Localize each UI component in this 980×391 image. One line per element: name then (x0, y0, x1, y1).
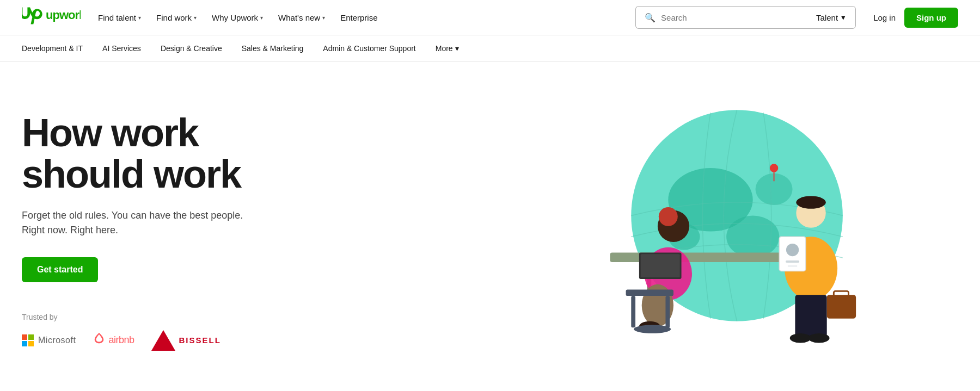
svg-point-30 (786, 244, 799, 256)
microsoft-text: Microsoft (38, 336, 76, 345)
get-started-button[interactable]: Get started (22, 257, 98, 282)
nav-links: Find talent ▾ Find work ▾ Why Upwork ▾ W… (98, 13, 618, 22)
nav-why-upwork[interactable]: Why Upwork ▾ (212, 13, 263, 22)
trusted-label: Trusted by (22, 313, 348, 321)
airbnb-icon (93, 332, 105, 349)
nav-more[interactable]: More ▾ (436, 44, 459, 53)
search-input[interactable] (661, 13, 801, 22)
airbnb-text: airbnb (108, 334, 134, 346)
whats-new-chevron-icon: ▾ (322, 15, 325, 21)
svg-point-20 (634, 325, 671, 334)
svg-point-12 (659, 207, 678, 226)
secondary-navigation: Development & IT AI Services Design & Cr… (0, 35, 980, 61)
svg-point-25 (790, 333, 811, 343)
hero-svg (525, 94, 896, 358)
nav-whats-new[interactable]: What's new ▾ (278, 13, 325, 22)
hero-section: How work should work Forget the old rule… (0, 61, 980, 391)
svg-rect-18 (631, 296, 635, 327)
trusted-section: Trusted by Microsoft (22, 313, 348, 351)
nav-enterprise[interactable]: Enterprise (340, 13, 377, 22)
nav-sales-marketing[interactable]: Sales & Marketing (242, 44, 304, 53)
trusted-logos: Microsoft airbnb (22, 330, 348, 351)
nav-find-talent[interactable]: Find talent ▾ (98, 13, 141, 22)
svg-point-23 (796, 196, 825, 209)
find-talent-chevron-icon: ▾ (138, 15, 141, 21)
hero-title: How work should work (22, 113, 348, 195)
svg-rect-16 (641, 254, 680, 277)
sign-up-button[interactable]: Sign up (904, 8, 958, 28)
find-work-chevron-icon: ▾ (194, 15, 197, 21)
svg-rect-24 (795, 295, 826, 337)
svg-text:upwork: upwork (46, 8, 81, 22)
nav-find-work[interactable]: Find work ▾ (156, 13, 197, 22)
svg-rect-17 (626, 290, 673, 296)
hero-content: How work should work Forget the old rule… (22, 113, 348, 350)
log-in-link[interactable]: Log in (873, 13, 896, 22)
search-area: 🔍 Talent ▾ (635, 6, 856, 29)
svg-rect-32 (788, 265, 797, 267)
nav-right: Log in Sign up (873, 8, 958, 28)
nav-ai-services[interactable]: AI Services (102, 44, 141, 53)
svg-rect-27 (827, 295, 856, 319)
svg-rect-19 (665, 296, 670, 327)
upwork-logo[interactable]: upwork (22, 7, 81, 29)
talent-chevron-icon: ▾ (841, 13, 846, 22)
why-upwork-chevron-icon: ▾ (260, 15, 263, 21)
airbnb-logo: airbnb (93, 332, 134, 349)
svg-rect-31 (786, 260, 799, 263)
microsoft-logo: Microsoft (22, 334, 76, 346)
talent-select[interactable]: Talent ▾ (806, 6, 856, 29)
nav-admin-support[interactable]: Admin & Customer Support (323, 44, 415, 53)
hero-subtitle: Forget the old rules. You can have the b… (22, 208, 283, 238)
search-icon: 🔍 (645, 13, 656, 23)
svg-point-26 (808, 333, 830, 343)
top-navigation: upwork Find talent ▾ Find work ▾ Why Upw… (0, 0, 980, 35)
nav-design-creative[interactable]: Design & Creative (161, 44, 222, 53)
hero-illustration (441, 61, 980, 391)
nav-dev-it[interactable]: Development & IT (22, 44, 83, 53)
bissell-logo: BISSELL (151, 330, 220, 351)
microsoft-grid-icon (22, 334, 34, 346)
more-chevron-icon: ▾ (455, 44, 459, 53)
bissell-text: BISSELL (179, 336, 220, 345)
search-bar: 🔍 (635, 6, 810, 29)
